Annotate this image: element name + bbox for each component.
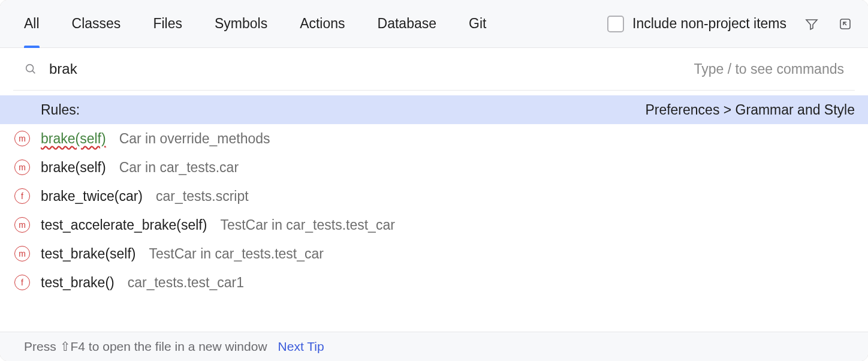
open-in-window-icon[interactable]	[837, 16, 854, 32]
result-name: brake_twice(car)	[41, 188, 143, 204]
search-hint: Type / to see commands	[694, 61, 844, 77]
method-icon: m	[14, 131, 30, 146]
result-name: test_brake(self)	[41, 246, 136, 262]
tab-symbols[interactable]: Symbols	[215, 0, 267, 47]
checkbox-label: Include non-project items	[632, 16, 786, 32]
svg-point-1	[26, 65, 34, 72]
result-row[interactable]: f brake_twice(car) car_tests.script	[0, 182, 868, 210]
include-nonproject-checkbox[interactable]: Include non-project items	[607, 16, 786, 32]
result-context: TestCar in car_tests.test_car	[149, 246, 324, 262]
topbar: All Classes Files Symbols Actions Databa…	[0, 0, 868, 48]
result-right-path: Preferences > Grammar and Style	[645, 102, 855, 118]
search-row: Type / to see commands	[13, 48, 855, 91]
tab-label: Actions	[300, 16, 345, 32]
footer-suffix: to open the file in a new window	[85, 339, 267, 353]
tabs: All Classes Files Symbols Actions Databa…	[24, 0, 486, 47]
result-name: test_accelerate_brake(self)	[41, 217, 207, 233]
result-row[interactable]: m brake(self) Car in override_methods	[0, 124, 868, 153]
search-everywhere-popup: All Classes Files Symbols Actions Databa…	[0, 0, 868, 361]
tab-database[interactable]: Database	[378, 0, 436, 47]
tab-label: Classes	[72, 16, 121, 32]
result-left-label: Rules:	[41, 102, 80, 118]
function-icon: f	[14, 275, 30, 290]
method-icon: m	[14, 160, 30, 175]
topbar-right-controls: Include non-project items	[607, 16, 854, 32]
tab-label: Database	[378, 16, 436, 32]
tab-git[interactable]: Git	[469, 0, 486, 47]
result-name: brake(self)	[41, 160, 106, 176]
result-context: Car in car_tests.car	[119, 160, 239, 176]
tab-all[interactable]: All	[24, 0, 40, 47]
result-name: brake(self)	[41, 131, 106, 147]
result-name: test_brake()	[41, 275, 114, 291]
next-tip-link[interactable]: Next Tip	[278, 339, 324, 354]
tab-classes[interactable]: Classes	[72, 0, 121, 47]
footer-shortcut: ⇧F4	[60, 339, 86, 353]
footer-prefix: Press	[24, 339, 60, 353]
filter-icon[interactable]	[803, 16, 820, 32]
search-row-container: Type / to see commands	[0, 48, 868, 91]
search-icon	[24, 62, 37, 76]
result-row[interactable]: m test_brake(self) TestCar in car_tests.…	[0, 239, 868, 268]
kind-icon-slot: f	[13, 275, 31, 290]
result-context: car_tests.script	[156, 188, 249, 204]
kind-icon-slot: m	[13, 131, 31, 146]
result-context: Car in override_methods	[119, 131, 270, 147]
result-row[interactable]: m test_accelerate_brake(self) TestCar in…	[0, 210, 868, 239]
result-row[interactable]: f test_brake() car_tests.test_car1	[0, 268, 868, 297]
tab-label: Files	[153, 16, 182, 32]
method-icon: m	[14, 217, 30, 233]
result-context: car_tests.test_car1	[128, 275, 244, 291]
result-context: TestCar in car_tests.test_car	[220, 217, 394, 233]
footer-tip: Press ⇧F4 to open the file in a new wind…	[0, 332, 868, 361]
method-icon: m	[14, 246, 30, 261]
tab-actions[interactable]: Actions	[300, 0, 345, 47]
tab-label: Git	[469, 16, 486, 32]
tab-label: Symbols	[215, 16, 267, 32]
kind-icon-slot: f	[13, 188, 31, 204]
kind-icon-slot: m	[13, 160, 31, 175]
result-top-rules[interactable]: Rules: Preferences > Grammar and Style	[0, 95, 868, 124]
result-row[interactable]: m brake(self) Car in car_tests.car	[0, 153, 868, 182]
kind-icon-slot: m	[13, 217, 31, 233]
kind-icon-slot: m	[13, 246, 31, 261]
tab-label: All	[24, 16, 40, 32]
tab-files[interactable]: Files	[153, 0, 182, 47]
function-icon: f	[14, 188, 30, 204]
checkbox-box	[607, 16, 624, 32]
footer-tip-text: Press ⇧F4 to open the file in a new wind…	[24, 339, 267, 354]
results-list: Rules: Preferences > Grammar and Style m…	[0, 91, 868, 332]
search-input[interactable]	[48, 60, 290, 78]
